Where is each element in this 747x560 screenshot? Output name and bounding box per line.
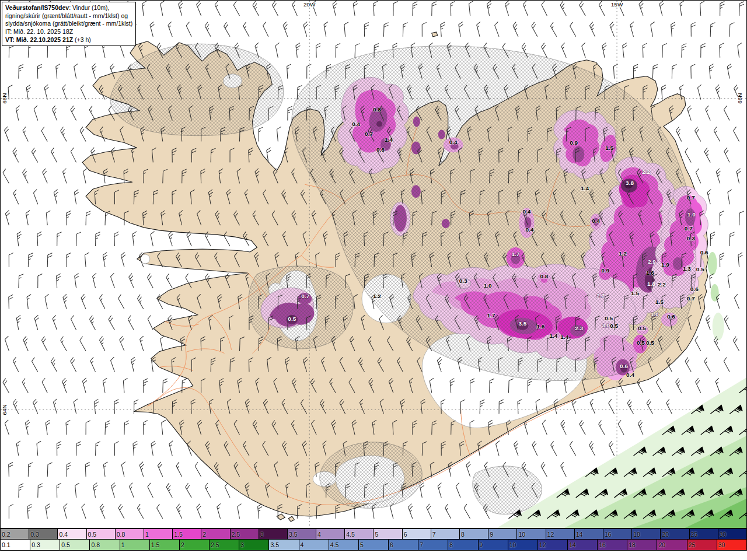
parallel-label: 66N <box>736 93 743 103</box>
scale-cell-label: 0.1 <box>2 541 11 548</box>
scale-cell: 3.5 <box>269 540 299 550</box>
scale-cell-label: 6 <box>390 541 393 548</box>
precip-value-label: 1.5 <box>605 145 613 151</box>
scale-cell: 7 <box>418 540 448 550</box>
scale-cell-label: 0.8 <box>91 541 100 548</box>
scale-cell-label: 0.2 <box>2 531 11 538</box>
precip-value-label: 1.8 <box>647 281 655 287</box>
precip-value-label: 0.5 <box>638 325 646 331</box>
scale-cell: 8 <box>448 540 478 550</box>
snow-sleet-scale-bar: 0.20.30.40.50.811.522.533.544.5567891012… <box>0 528 747 540</box>
scale-cell: 10 <box>517 529 546 539</box>
scale-cell-label: 4.5 <box>346 531 355 538</box>
scale-cell-label: 0.3 <box>32 541 40 548</box>
precip-value-label: 1.6 <box>646 270 654 276</box>
scale-cell: 3.5 <box>288 529 316 539</box>
precip-value-label: 0.3 <box>687 235 695 242</box>
island-grimsey <box>432 32 438 37</box>
scale-cell-label: 2.5 <box>211 541 219 548</box>
scale-cell: 1 <box>120 540 150 550</box>
precip-value-label: 0.4 <box>522 208 530 215</box>
scale-cell-label: 9 <box>480 541 483 548</box>
precip-value-label: 0.4 <box>626 372 634 378</box>
scale-cell: 20 <box>661 529 689 539</box>
precip-value-label: 1.4 <box>385 136 393 143</box>
scale-cell: 0.3 <box>29 529 58 539</box>
scale-cell-label: 5 <box>375 531 378 538</box>
scale-cell-label: 5 <box>360 541 364 548</box>
precip-value-label: 1.6 <box>536 323 544 330</box>
parallel-label: 64N <box>1 404 8 415</box>
model-name: Veðurstofan/IS750dev <box>5 4 69 11</box>
precip-value-label: 2.2 <box>658 281 666 288</box>
scale-cell-label: 9 <box>490 531 493 538</box>
scale-cell: 4.5 <box>345 529 374 539</box>
legend-valid-time: VT: Mið. 22.10.2025 21Z (+3 h) <box>5 36 132 44</box>
legend-line-title: Veðurstofan/IS750dev: Vindur (10m), <box>5 4 132 12</box>
precip-value-label: 0.6 <box>700 249 708 256</box>
scale-cell: 0.5 <box>60 540 90 550</box>
precip-value-label: 0.6 <box>620 363 628 369</box>
scale-cell: 20 <box>657 540 687 550</box>
precip-value-label: 0.6 <box>690 286 699 292</box>
precip-value-label: 0.5 <box>288 316 296 322</box>
precip-value-label: 1.7 <box>512 251 520 257</box>
scale-cell-label: 12 <box>547 531 554 538</box>
scale-cell-label: 20 <box>658 541 665 548</box>
precip-value-label: 3.5 <box>519 320 527 327</box>
legend-init-time: IT: Mið. 22. 10. 2025 18Z <box>5 28 132 36</box>
scale-cell: 16 <box>603 529 632 539</box>
precip-value-label: 1.9 <box>661 261 669 268</box>
scale-cell-label: 0.5 <box>88 531 97 538</box>
precip-value-label: 2.3 <box>575 325 583 331</box>
scale-cell: 0.3 <box>30 540 60 550</box>
scale-cell: 3 <box>259 529 288 539</box>
scale-cell: 0.8 <box>116 529 144 539</box>
precip-value-label: 0.5 <box>696 266 704 272</box>
precip-value-label: 2.9 <box>648 258 656 265</box>
meridian-label: 20W <box>303 1 316 8</box>
precip-value-label: 1.0 <box>687 211 696 218</box>
precip-value-label: 2.7 <box>596 292 605 299</box>
precip-value-label: 0.8 <box>540 273 548 279</box>
rain-scale-bar: 0.10.30.50.811.522.533.544.5567891012141… <box>0 540 747 551</box>
glacier-snaefellsjokull <box>141 254 150 264</box>
scale-cell-label: 0.3 <box>30 531 39 538</box>
scale-cell-label: 16 <box>605 531 612 538</box>
scale-cell: 0.8 <box>90 540 120 550</box>
precip-value-label: 0.9 <box>570 139 578 146</box>
scale-cell-label: 30 <box>718 541 725 548</box>
scale-cell: 14 <box>575 529 603 539</box>
scale-cell: 18 <box>632 529 661 539</box>
scale-cell: 6 <box>389 540 418 550</box>
precip-value-label: 3.8 <box>626 180 634 186</box>
scale-cell: 25 <box>687 540 717 550</box>
scale-cell-label: 25 <box>691 531 698 538</box>
scale-cell: 9 <box>488 529 517 539</box>
precip-value-label: 2.2 <box>642 169 650 175</box>
precip-value-label: 0.8 <box>373 106 381 113</box>
scale-cell-label: 25 <box>689 541 696 548</box>
scale-cell-label: 7 <box>420 541 423 548</box>
precip-value-label: 0.4 <box>592 218 600 224</box>
scale-cell: 0.5 <box>87 529 116 539</box>
precip-value-label: 0.6 <box>376 146 385 153</box>
scale-cell: 12 <box>546 529 575 539</box>
precip-value-label: 1.5 <box>631 290 639 296</box>
scale-cell: 5 <box>374 529 402 539</box>
scale-cell: 0.2 <box>1 529 29 539</box>
scale-cell-label: 0.8 <box>117 531 125 538</box>
precip-value-label: 0.4 <box>525 226 533 233</box>
scale-cell-label: 16 <box>599 541 606 548</box>
legend-line-rain: rigning/skúrir (grænt/blátt/rautt - mm/1… <box>5 12 132 20</box>
scale-cell-label: 10 <box>518 531 525 538</box>
forecast-map: 0.80.40.71.40.60.40.91.52.23.81.40.71.00… <box>0 0 747 528</box>
scale-cell: 4 <box>316 529 345 539</box>
scale-cell: 2 <box>201 529 230 539</box>
scale-cell: 30 <box>718 529 746 539</box>
scale-cell-label: 14 <box>569 541 576 548</box>
scale-cell-label: 6 <box>404 531 407 538</box>
scale-cell: 2.5 <box>210 540 239 550</box>
scale-cell: 5 <box>359 540 389 550</box>
scale-cell: 0.1 <box>1 540 30 550</box>
